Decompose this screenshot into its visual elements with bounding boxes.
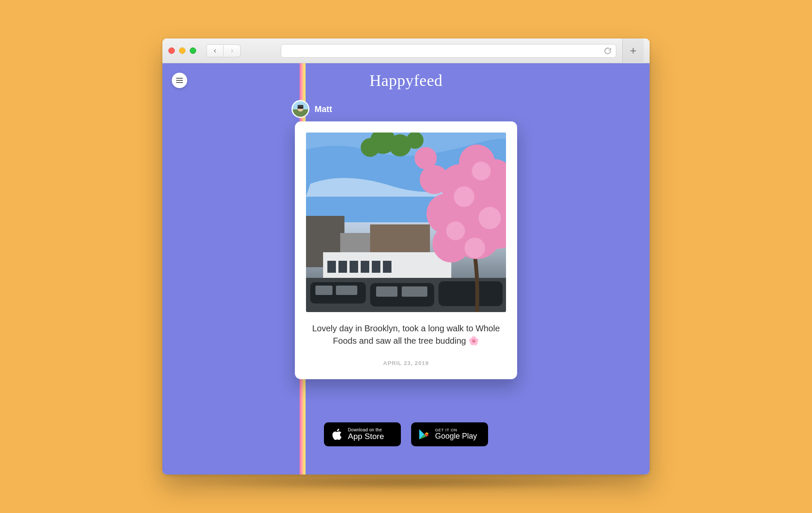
nav-buttons [206, 44, 241, 57]
app-store-badge[interactable]: Download on the App Store [324, 422, 401, 446]
play-store-badge[interactable]: GET IT ON Google Play [411, 422, 488, 446]
svg-rect-23 [402, 286, 427, 297]
browser-toolbar: + [162, 38, 650, 63]
window-shadow [175, 474, 637, 491]
address-bar[interactable] [281, 44, 616, 58]
post-caption: Lovely day in Brooklyn, took a long walk… [306, 322, 506, 347]
svg-point-40 [479, 207, 501, 229]
google-play-icon [418, 429, 430, 440]
back-button[interactable] [206, 44, 224, 57]
svg-rect-22 [376, 286, 397, 297]
svg-rect-19 [438, 281, 503, 306]
profile-header: Matt [291, 100, 332, 118]
svg-rect-13 [361, 261, 369, 273]
svg-point-41 [446, 221, 465, 240]
forward-button[interactable] [224, 44, 241, 57]
play-store-big-text: Google Play [435, 432, 477, 440]
svg-point-42 [465, 238, 485, 258]
post-photo[interactable] [306, 133, 506, 312]
svg-point-38 [472, 162, 491, 180]
apple-icon [331, 428, 343, 440]
svg-rect-4 [297, 105, 303, 107]
post-date: APRIL 23, 2019 [306, 360, 506, 366]
app-viewport: Happyfeed Matt [162, 63, 650, 475]
svg-point-39 [454, 186, 474, 207]
svg-rect-12 [350, 261, 358, 273]
traffic-lights [168, 47, 196, 54]
post-card: Lovely day in Brooklyn, took a long walk… [295, 121, 517, 379]
svg-rect-14 [372, 261, 380, 273]
minimize-window-button[interactable] [179, 47, 185, 54]
svg-rect-11 [338, 261, 347, 273]
hamburger-menu-button[interactable] [172, 73, 187, 88]
new-tab-button[interactable]: + [622, 38, 644, 63]
browser-window: + Happyfeed Matt [162, 38, 650, 475]
app-store-big-text: App Store [348, 432, 384, 441]
svg-rect-10 [327, 261, 336, 273]
svg-point-26 [361, 138, 380, 157]
username-label: Matt [315, 104, 332, 114]
hamburger-icon [176, 80, 183, 81]
svg-rect-3 [297, 107, 303, 109]
svg-point-36 [420, 165, 449, 194]
svg-point-37 [415, 147, 437, 169]
app-logo: Happyfeed [369, 71, 442, 90]
store-badges: Download on the App Store GET IT ON Goog… [324, 422, 488, 446]
zoom-window-button[interactable] [190, 47, 196, 54]
chevron-left-icon [212, 48, 218, 54]
refresh-icon[interactable] [604, 47, 612, 55]
svg-rect-21 [336, 286, 357, 295]
svg-rect-20 [315, 286, 332, 295]
avatar[interactable] [291, 100, 309, 118]
svg-rect-15 [383, 261, 391, 273]
avatar-image [293, 101, 308, 117]
chevron-right-icon [229, 48, 235, 54]
close-window-button[interactable] [168, 47, 175, 54]
